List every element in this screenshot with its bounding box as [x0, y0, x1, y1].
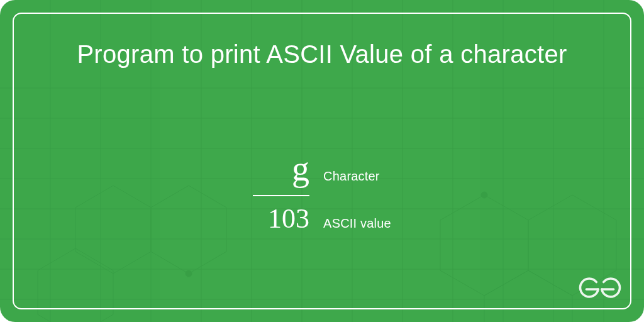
geeksforgeeks-logo-icon	[577, 274, 623, 304]
example-block: g Character 103 ASCII value	[0, 151, 644, 235]
card: Program to print ASCII Value of a charac…	[0, 0, 644, 322]
svg-point-26	[186, 270, 192, 277]
svg-marker-22	[38, 248, 113, 322]
character-row: g Character	[253, 151, 391, 187]
svg-marker-25	[484, 270, 572, 322]
character-label: Character	[323, 169, 380, 187]
ascii-label: ASCII value	[323, 216, 391, 235]
page-title: Program to print ASCII Value of a charac…	[0, 40, 644, 69]
ascii-row: 103 ASCII value	[253, 205, 391, 235]
divider	[253, 195, 309, 196]
ascii-value: 103	[253, 205, 309, 233]
character-value: g	[253, 151, 309, 186]
